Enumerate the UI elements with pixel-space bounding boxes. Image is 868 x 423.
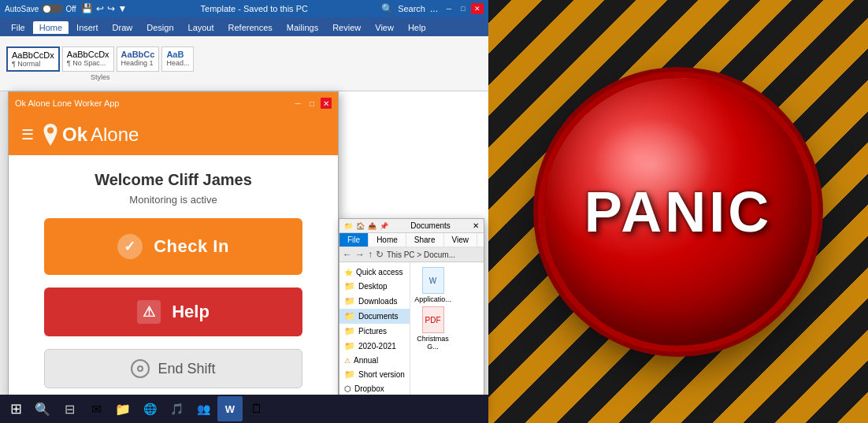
back-button[interactable]: ← [343,249,352,260]
logo-ok: Ok [62,124,87,146]
fe-sidebar: ⭐ Quick access 📁 Desktop 📁 Downloads 📁 D… [339,262,484,414]
fe-documents[interactable]: 📁 Documents [339,309,410,324]
okalone-title: Ok Alone Lone Worker App [15,98,120,108]
word-window-controls: ─ □ ✕ [443,3,484,14]
tab-home[interactable]: Home [33,21,69,34]
okalone-window-controls: ─ □ ✕ [292,98,332,109]
endshift-button[interactable]: End Shift [44,349,302,388]
save-icon[interactable]: 💾 [81,3,93,14]
tab-file[interactable]: File [5,21,32,34]
location-pin-icon [42,124,59,146]
documents-label: Documents [358,312,399,321]
fe-2020-2021[interactable]: 📁 2020-2021 [339,339,410,354]
fe-tab-file[interactable]: File [339,233,369,247]
star-icon: ⭐ [344,269,353,276]
checkin-label: Check In [154,236,229,257]
checkin-button[interactable]: ✓ Check In [44,218,302,275]
undo-icon[interactable]: ↩ [96,3,104,14]
autosave-toggle[interactable] [41,4,63,13]
tab-view[interactable]: View [369,21,400,34]
endshift-circle-icon [131,359,150,378]
fe-pin-icon: 📌 [380,222,388,230]
fe-annual[interactable]: ⚠ Annual [339,354,410,367]
style-nospace[interactable]: AaBbCcDx ¶ No Spac... [62,46,114,72]
fe-icon-1: 📁 [344,222,353,230]
fe-icon-2: 🏠 [356,222,365,230]
fe-toolbar-tabs: File Home Share View [339,233,484,247]
style-normal[interactable]: AaBbCcDx ¶ Normal [6,46,60,72]
fe-downloads[interactable]: 📁 Downloads [339,294,410,309]
fe-tab-home[interactable]: Home [369,233,406,247]
welcome-text: Welcome Cliff James [95,171,252,189]
taskbar-edge-icon[interactable]: 🌐 [137,396,162,421]
tab-mailings[interactable]: Mailings [280,21,325,34]
hamburger-menu-icon[interactable]: ☰ [21,126,34,143]
style-heading2[interactable]: AaB Head... [161,46,194,72]
fe-quick-access[interactable]: ⭐ Quick access [339,265,410,279]
fe-file-christmas[interactable]: PDF Christmas G... [415,306,451,351]
maximize-button[interactable]: □ [457,3,469,14]
fe-tab-view[interactable]: View [444,233,478,247]
desktop-folder-icon: 📁 [344,281,355,291]
help-warning-icon: ⚠ [137,300,161,324]
forward-button[interactable]: → [355,249,365,260]
tab-references[interactable]: References [222,21,279,34]
fe-dropbox[interactable]: ⬡ Dropbox [339,382,410,395]
taskbar-spotify-icon[interactable]: 🎵 [164,396,189,421]
tab-layout[interactable]: Layout [182,21,221,34]
fe-close-button[interactable]: ✕ [473,221,479,230]
close-button[interactable]: ✕ [471,3,484,14]
taskbar-search-icon[interactable]: 🔍 [30,396,55,421]
fe-tab-share[interactable]: Share [406,233,444,247]
taskbar-mail-icon[interactable]: ✉ [83,396,109,421]
left-panel: AutoSave Off 💾 ↩ ↪ ▼ Template - Saved to… [0,0,488,423]
tab-design[interactable]: Design [140,21,180,34]
style-heading1[interactable]: AaBbCc Heading 1 [117,46,160,72]
taskbar-word-icon[interactable]: W [217,396,243,421]
toggle-circle [43,6,50,13]
okalone-close[interactable]: ✕ [321,98,332,109]
redo-icon[interactable]: ↪ [107,3,115,14]
word-ribbon-content: AaBbCcDx ¶ Normal AaBbCcDx ¶ No Spac... … [0,36,488,91]
fe-desktop[interactable]: 📁 Desktop [339,279,410,294]
okalone-maximize[interactable]: □ [306,98,317,109]
documents-folder-icon: 📁 [344,311,355,321]
fe-file-application[interactable]: W Applicatio... [415,267,451,303]
refresh-button[interactable]: ↻ [376,249,384,260]
svg-point-0 [47,128,54,134]
taskbar-notes-icon[interactable]: 🗒 [244,396,269,421]
taskbar-taskview-icon[interactable]: ⊟ [57,396,82,421]
word-ribbon-tabs: File Home Insert Draw Design Layout Refe… [0,17,488,36]
styles-label: Styles [6,73,194,81]
up-button[interactable]: ↑ [368,249,373,260]
autosave-area: AutoSave Off [5,4,76,13]
help-label: Help [172,302,210,322]
short-version-label: Short version [358,370,405,379]
tab-review[interactable]: Review [326,21,367,34]
okalone-logo: Ok Alone [42,124,139,146]
styles-items: AaBbCcDx ¶ Normal AaBbCcDx ¶ No Spac... … [6,46,194,72]
okalone-body: Welcome Cliff James Monitoring is active… [9,155,338,423]
taskbar-files-icon[interactable]: 📁 [110,396,135,421]
panic-button[interactable]: PANIC [544,78,812,346]
christmas-file-label: Christmas G... [415,335,451,351]
more-icon[interactable]: ... [430,3,438,14]
tab-draw[interactable]: Draw [106,21,139,34]
okalone-minimize[interactable]: ─ [292,98,303,109]
fe-title: Documents [391,221,469,230]
customize-icon[interactable]: ▼ [118,3,128,14]
styles-row-1: AaBbCcDx ¶ Normal AaBbCcDx ¶ No Spac... … [6,46,194,81]
dropbox-label: Dropbox [354,384,384,393]
minimize-button[interactable]: ─ [443,3,455,14]
windows-taskbar: ⊞ 🔍 ⊟ ✉ 📁 🌐 🎵 👥 W 🗒 [0,395,488,423]
fe-titlebar: 📁 🏠 📤 📌 Documents ✕ [339,219,484,233]
fe-short-version[interactable]: 📁 Short version [339,367,410,382]
start-button[interactable]: ⊞ [3,396,28,421]
word-document-title: Template - Saved to this PC [132,4,377,13]
tab-help[interactable]: Help [402,21,432,34]
taskbar-teams-icon[interactable]: 👥 [191,396,216,421]
tab-insert[interactable]: Insert [70,21,105,34]
help-button[interactable]: ⚠ Help [44,288,302,336]
endshift-label: End Shift [158,361,215,377]
fe-pictures[interactable]: 📁 Pictures [339,324,410,339]
